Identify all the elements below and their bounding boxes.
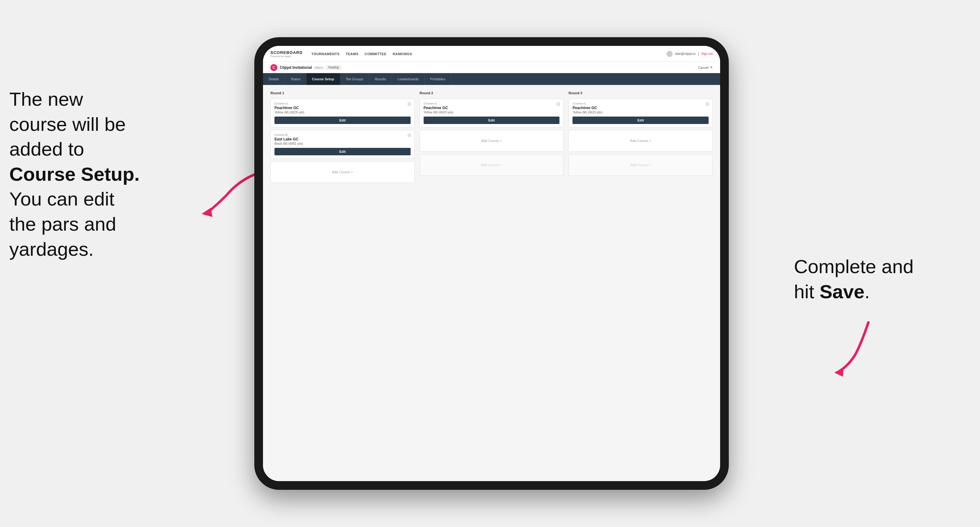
- tab-teams[interactable]: Teams: [285, 73, 306, 85]
- tab-results[interactable]: Results: [369, 73, 392, 85]
- tab-printables[interactable]: Printables: [425, 73, 451, 85]
- course-a-name-r1: Peachtree GC: [274, 106, 410, 110]
- add-course-r2-disabled-label: Add Course +: [481, 163, 502, 167]
- course-b-tag-r1: (Course B): [274, 133, 410, 137]
- logo-subtitle: Powered by clippd: [270, 55, 303, 58]
- round-1-column: Round 1 ⊟ (Course A) Peachtree GC Yellow…: [270, 91, 415, 183]
- course-b-name-r1: East Lake GC: [274, 137, 410, 141]
- top-nav: SCOREBOARD Powered by clippd TOURNAMENTS…: [263, 46, 720, 62]
- add-course-r1-button[interactable]: Add Course +: [270, 161, 415, 183]
- annotation-line7: yardages.: [9, 238, 94, 260]
- logo-title: SCOREBOARD: [270, 50, 303, 55]
- nav-tournaments[interactable]: TOURNAMENTS: [311, 51, 340, 57]
- tab-leaderboards[interactable]: Leaderboards: [392, 73, 425, 85]
- add-course-r2-label: Add Course +: [481, 139, 502, 143]
- tab-details[interactable]: Details: [263, 73, 285, 85]
- right-annotation: Complete and hit Save.: [794, 254, 961, 304]
- annotation-line5: You can edit: [9, 188, 115, 210]
- course-a-tee-r3: Yellow (M) (6629 yds): [573, 111, 709, 114]
- annotation-line6: the pars and: [9, 213, 116, 235]
- edit-course-a-r2-button[interactable]: Edit: [424, 117, 560, 124]
- right-arrow-icon: [806, 316, 887, 378]
- round-3-column: Round 3 ⊟ (Course A) Peachtree GC Yellow…: [568, 91, 713, 183]
- round-2-column: Round 2 ⊟ (Course A) Peachtree GC Yellow…: [420, 91, 564, 183]
- scoreboard-logo: SCOREBOARD Powered by clippd: [270, 50, 303, 58]
- course-a-tee-r1: Yellow (M) (6629 yds): [274, 111, 410, 114]
- tournament-name: Clippd Invitational: [280, 65, 312, 70]
- round-1-course-b-card: ⊟ (Course B) East Lake GC Black (M) (689…: [270, 130, 415, 159]
- user-email: blair@clippd.io: [675, 52, 695, 56]
- cancel-label: Cancel: [698, 66, 709, 70]
- sign-out-link[interactable]: Sign out: [701, 52, 713, 56]
- tournament-gender: (Men): [315, 66, 323, 70]
- close-icon: ✕: [710, 65, 713, 70]
- round-3-label: Round 3: [568, 91, 713, 95]
- round-3-course-a-card: ⊟ (Course A) Peachtree GC Yellow (M) (66…: [568, 98, 713, 127]
- annotation-line4: Course Setup.: [9, 163, 140, 185]
- course-a-name-r3: Peachtree GC: [573, 106, 709, 110]
- nav-teams[interactable]: TEAMS: [346, 51, 358, 57]
- nav-rankings[interactable]: RANKINGS: [393, 51, 412, 57]
- annotation-right-line2: hit Save.: [794, 281, 870, 302]
- svg-marker-1: [834, 367, 843, 377]
- course-b-tee-r1: Black (M) (6891 yds): [274, 142, 410, 145]
- tab-course-setup[interactable]: Course Setup: [306, 73, 340, 85]
- hosting-badge: Hosting: [326, 65, 342, 70]
- nav-separator: |: [698, 52, 699, 56]
- tab-bar: Details Teams Course Setup Tee Groups Re…: [263, 73, 720, 85]
- add-course-r3-button[interactable]: Add Course +: [568, 130, 713, 152]
- annotation-line2: course will be: [9, 113, 126, 135]
- round-1-label: Round 1: [270, 91, 415, 95]
- add-course-r1-label: Add Course +: [332, 170, 353, 174]
- avatar: [667, 51, 673, 57]
- clippd-logo-icon: C: [270, 64, 277, 71]
- nav-links: TOURNAMENTS TEAMS COMMITTEE RANKINGS: [311, 51, 667, 57]
- add-course-r2-disabled: Add Course +: [420, 154, 564, 176]
- course-a-name-r2: Peachtree GC: [424, 106, 560, 110]
- round-2-label: Round 2: [420, 91, 564, 95]
- edit-course-a-r3-button[interactable]: Edit: [573, 117, 709, 124]
- add-course-r2-button[interactable]: Add Course +: [420, 130, 564, 152]
- add-course-r3-disabled: Add Course +: [568, 154, 713, 176]
- edit-course-a-r1-button[interactable]: Edit: [274, 117, 410, 124]
- course-a-tag-r1: (Course A): [274, 102, 410, 105]
- annotation-line1: The new: [9, 88, 83, 110]
- nav-user: blair@clippd.io | Sign out: [667, 51, 713, 57]
- delete-course-b-r1-icon[interactable]: ⊟: [407, 133, 412, 138]
- main-content: Round 1 ⊟ (Course A) Peachtree GC Yellow…: [263, 85, 720, 481]
- cancel-button[interactable]: Cancel ✕: [698, 65, 713, 70]
- rounds-grid: Round 1 ⊟ (Course A) Peachtree GC Yellow…: [270, 91, 713, 183]
- delete-course-a-r3-icon[interactable]: ⊟: [705, 102, 710, 106]
- svg-marker-0: [202, 208, 212, 217]
- round-2-course-a-card: ⊟ (Course A) Peachtree GC Yellow (M) (66…: [420, 98, 564, 127]
- tablet-screen: SCOREBOARD Powered by clippd TOURNAMENTS…: [263, 46, 720, 481]
- course-a-tag-r2: (Course A): [424, 102, 560, 105]
- annotation-line3: added to: [9, 138, 84, 160]
- tournament-info: C Clippd Invitational (Men) Hosting: [270, 64, 342, 71]
- annotation-right-line1: Complete and: [794, 256, 914, 277]
- edit-course-b-r1-button[interactable]: Edit: [274, 148, 410, 155]
- tournament-bar: C Clippd Invitational (Men) Hosting Canc…: [263, 62, 720, 73]
- add-course-r3-label: Add Course +: [630, 139, 651, 143]
- tablet-frame: SCOREBOARD Powered by clippd TOURNAMENTS…: [254, 37, 729, 490]
- course-a-tee-r2: Yellow (M) (6629 yds): [424, 111, 560, 114]
- delete-course-a-r1-icon[interactable]: ⊟: [407, 102, 412, 106]
- round-1-course-a-card: ⊟ (Course A) Peachtree GC Yellow (M) (66…: [270, 98, 415, 127]
- delete-course-a-r2-icon[interactable]: ⊟: [556, 102, 561, 106]
- nav-committee[interactable]: COMMITTEE: [365, 51, 387, 57]
- tab-tee-groups[interactable]: Tee Groups: [340, 73, 369, 85]
- course-a-tag-r3: (Course A): [573, 102, 709, 105]
- add-course-r3-disabled-label: Add Course +: [630, 163, 651, 167]
